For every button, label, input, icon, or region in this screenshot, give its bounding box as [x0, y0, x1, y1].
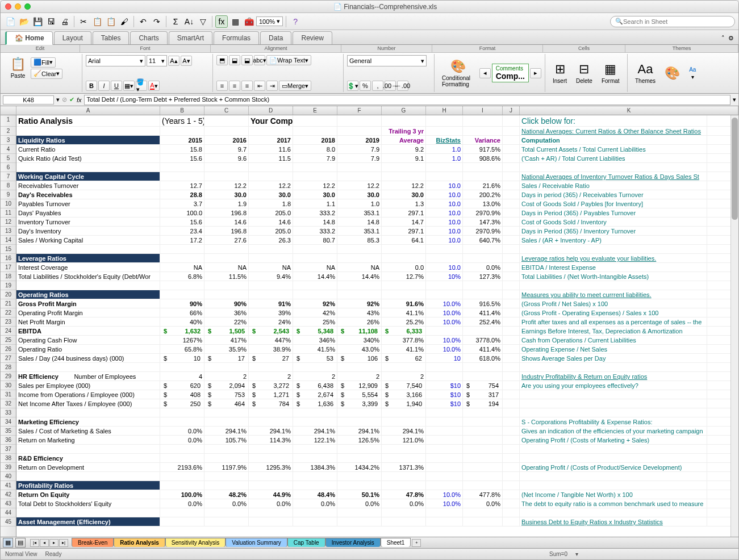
cell[interactable]: 14.7	[382, 218, 426, 226]
cell[interactable]	[382, 245, 426, 253]
cell[interactable]	[463, 436, 503, 444]
cell[interactable]	[382, 254, 426, 262]
cell[interactable]: 66%	[160, 308, 204, 317]
cell[interactable]: 10.0%	[426, 336, 463, 344]
cell[interactable]: $754	[463, 381, 503, 390]
row-label[interactable]: Day's Inventory	[16, 227, 160, 235]
computation[interactable]: ('Cash + AR) / Total Current Liabilities	[520, 154, 707, 162]
cell[interactable]: 916.5%	[463, 299, 503, 308]
cell[interactable]: 1434.2%	[337, 463, 382, 471]
cell[interactable]: 100.0	[160, 208, 204, 217]
insert-cells-button[interactable]: ⊞Insert	[549, 60, 571, 86]
cell[interactable]: 2017	[249, 136, 293, 144]
cell[interactable]	[337, 417, 382, 426]
cell[interactable]: 15.6	[160, 154, 204, 162]
cell[interactable]: 2015	[160, 136, 204, 144]
row-header[interactable]: 3	[1, 136, 16, 145]
cell[interactable]	[249, 172, 293, 181]
cell[interactable]: 447%	[249, 336, 293, 344]
cell[interactable]: NA	[337, 263, 382, 271]
cell[interactable]	[426, 463, 463, 471]
cell[interactable]: $10	[426, 381, 463, 390]
cell[interactable]: 41.1%	[382, 308, 426, 317]
borders-button[interactable]: ▦▾	[123, 81, 135, 91]
cell[interactable]	[382, 481, 426, 490]
cell[interactable]: Trailing 3 yr	[382, 127, 426, 135]
row-header[interactable]: 7	[1, 172, 16, 181]
cell[interactable]: 126.5%	[337, 436, 382, 444]
cell[interactable]	[204, 115, 249, 126]
row-label[interactable]: Sales / Working Capital	[16, 236, 160, 244]
cell[interactable]: 30.0	[337, 190, 382, 199]
cell[interactable]: $317	[463, 390, 503, 399]
cell[interactable]: $27	[249, 354, 293, 362]
cell[interactable]: 26.3	[249, 236, 293, 244]
cell[interactable]: 2	[293, 372, 337, 381]
name-box[interactable]: K48	[3, 95, 54, 105]
computation[interactable]: Gives an indication of the efficiencies …	[520, 427, 707, 435]
cell[interactable]: 8.0	[293, 145, 337, 153]
row-header[interactable]: 20	[1, 290, 16, 299]
cell[interactable]: $1,505	[204, 327, 249, 335]
computation[interactable]: Cash from Operations / Current Liabiliti…	[520, 336, 707, 344]
row-header[interactable]: 28	[1, 363, 16, 372]
cell[interactable]	[382, 472, 426, 480]
cell[interactable]: 0.0%	[204, 499, 249, 508]
cell[interactable]: 294.1%	[204, 427, 249, 435]
cell[interactable]: 4	[160, 372, 204, 381]
cell[interactable]	[337, 481, 382, 490]
cell[interactable]: 2	[382, 372, 426, 381]
cell[interactable]: 10.0	[426, 199, 463, 208]
cell[interactable]: 44.9%	[249, 490, 293, 499]
cell[interactable]	[426, 290, 463, 299]
col-header[interactable]: I	[463, 106, 503, 115]
cell[interactable]	[503, 336, 520, 344]
cell[interactable]	[204, 417, 249, 426]
cell[interactable]	[463, 127, 503, 135]
cell[interactable]: $464	[204, 399, 249, 408]
cell[interactable]: 10%	[426, 272, 463, 281]
cell[interactable]: 38.9%	[249, 345, 293, 353]
align-left-icon[interactable]: ≡	[216, 81, 228, 91]
grow-font-icon[interactable]: A▴	[168, 56, 179, 66]
copy-icon[interactable]: 📋	[91, 15, 103, 28]
cell[interactable]: 1295.3%	[249, 463, 293, 471]
cell[interactable]: 10.0%	[426, 490, 463, 499]
cell[interactable]	[160, 254, 204, 262]
cell[interactable]	[426, 281, 463, 290]
cell[interactable]: $1,632	[160, 327, 204, 335]
filter-icon[interactable]: ▽	[197, 15, 209, 28]
row-header[interactable]: 22	[1, 308, 16, 317]
row-header[interactable]: 11	[1, 208, 16, 218]
computation[interactable]: (Gross Profit - Operating Expenses) / Sa…	[520, 308, 707, 317]
cell[interactable]: Are you using your employees effectively…	[520, 381, 707, 390]
tab-last-icon[interactable]: ▸|	[59, 539, 68, 547]
row-label[interactable]: Operating Profit Margin	[16, 308, 160, 317]
cell[interactable]	[503, 345, 520, 353]
cell[interactable]	[503, 227, 520, 235]
cell[interactable]	[337, 363, 382, 371]
cell[interactable]	[382, 363, 426, 371]
row-header[interactable]: 5	[1, 154, 16, 163]
row-label[interactable]: Inventory Turnover	[16, 218, 160, 226]
cell[interactable]: 10.0	[426, 227, 463, 235]
cell[interactable]	[503, 417, 520, 426]
cell[interactable]: 12.7%	[382, 272, 426, 281]
row-label[interactable]: Return On Equity	[16, 490, 160, 499]
cell[interactable]	[204, 254, 249, 262]
cell[interactable]: 35.9%	[204, 345, 249, 353]
cell[interactable]	[463, 408, 503, 417]
cell[interactable]	[463, 327, 503, 335]
computation[interactable]: Days in Period (365) / Payables Turnover	[520, 208, 707, 217]
cell[interactable]: 41.1%	[382, 345, 426, 353]
row-header[interactable]: 37	[1, 445, 16, 454]
row-header[interactable]: 39	[1, 463, 16, 472]
row-header[interactable]: 29	[1, 372, 16, 381]
toolbox-icon[interactable]: 🧰	[243, 15, 255, 28]
cell[interactable]	[382, 163, 426, 172]
tab-home[interactable]: 🏠 Home	[5, 31, 53, 45]
cell[interactable]: $3,166	[382, 390, 426, 399]
col-header[interactable]: A	[16, 106, 160, 115]
computation[interactable]: (Net Income / Tangible Net Worth) x 100	[520, 490, 707, 499]
row-label[interactable]: Current Ratio	[16, 145, 160, 153]
